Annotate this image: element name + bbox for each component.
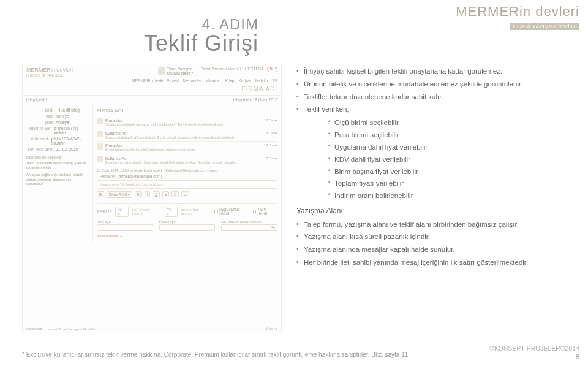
app-logo: MERMERin devleri leaders of MARBLE	[26, 67, 73, 77]
header-links: Ticari Yazışma Modülü HESABIM ÇIKIŞ	[198, 67, 277, 71]
request-header: talep içeriği talep tarihi 18 Ocak 2015	[23, 96, 281, 104]
nav-item[interactable]: MERMERin devleri Projesi	[132, 78, 179, 83]
message-item[interactable]: Firma AdıSipariş sürekliliğiniz ne kadar…	[97, 116, 277, 129]
avatar-icon	[97, 118, 103, 124]
checkbox-app-included[interactable]: uygulama dahil	[214, 207, 249, 216]
editor-toolbar: B Sans Serif ▾ B I U ≡ ☰ ▭	[97, 191, 277, 198]
quote-line: 18 Ocak 2014, 16:08 tarihinde Kullanıcı …	[97, 169, 277, 172]
side-subhead: istenilen ek özellikler	[26, 155, 89, 159]
page-number: 8	[489, 353, 579, 360]
link-account[interactable]: HESABIM	[245, 67, 263, 71]
avatar-icon	[97, 156, 103, 162]
sub-bullet: Birim başına fiyat verilebilir	[328, 167, 572, 178]
footnote: * Exclusive kullanıcılar sınırsız teklif…	[22, 351, 408, 358]
module-badge[interactable]: Ticari Yazışma Modülü Nedir?	[158, 67, 193, 75]
sub-bullet: Para birimi seçilebilir	[328, 130, 572, 141]
request-sidebar: istek✓teklif isteği ülkeTürkiye şehirAnt…	[23, 104, 93, 242]
checkbox-icon: ✓	[56, 108, 60, 112]
avatar-icon	[97, 131, 103, 137]
feature-bullets: İhtiyaç sahibi kişisel bilgileri teklifi…	[296, 66, 572, 270]
list-icon[interactable]: ≡	[162, 191, 169, 197]
fmt-bold[interactable]: B	[135, 191, 142, 197]
app-footer: MERMERin devleri Ticari Yazışma Modülü ©…	[23, 325, 281, 333]
message-item[interactable]: Kullanıcı AdıEvet bu mümkün olabilir. Si…	[97, 154, 277, 167]
reply-placeholder: Yanıtla veya Yönlendir için burayı tıkla…	[100, 183, 274, 186]
sub-bullet: Uygulama dahil fiyat verilebilir	[328, 142, 572, 153]
reply-from: ▸ Firma Adı (firmaadi@example.com)	[97, 174, 277, 178]
offer-header: TEKLİF m² ▾ ölçü birimi seçiniz TL ▾ par…	[97, 203, 277, 217]
brand-module-tag: TİCARİ YAZIŞMA modülü	[510, 23, 579, 30]
nav-item[interactable]: Kitap	[225, 78, 235, 83]
discount-input[interactable]: %	[221, 224, 277, 231]
side-note: Anlaşma sağlandığı takdirde, sürekli sip…	[26, 173, 89, 186]
bullet: İhtiyaç sahibi kişisel bilgileri teklifi…	[296, 66, 572, 77]
edit-offer-link[interactable]: teklifi düzenle →	[97, 234, 123, 238]
nav-item[interactable]: Mermerler	[183, 78, 202, 83]
list-num-icon[interactable]: ☰	[172, 191, 179, 197]
avatar-icon	[97, 143, 103, 150]
side-note: Teklif fabrikadan teslim olacak şekilde …	[26, 161, 89, 170]
image-icon[interactable]: ▭	[181, 191, 189, 197]
section-heading: Yazışma Alanı:	[296, 205, 572, 217]
bullet: Ürünün nitelik ve niceliklerine müdahale…	[296, 79, 572, 90]
nav-item[interactable]: Mimarlar	[205, 78, 221, 83]
unit-select[interactable]: m² ▾	[115, 207, 129, 217]
bullet: Yazışma alanı kısa süreli pazarlık içind…	[296, 232, 572, 243]
footnote-link[interactable]: sayfa 11	[385, 351, 408, 358]
sub-bullet: Ölçü birimi seçilebilir	[328, 118, 572, 129]
sub-bullet: İndirim oranı belirlenebilir	[328, 191, 572, 202]
main-nav: MERMERin devleri Projesi Mermerler Mimar…	[23, 78, 281, 85]
reply-box[interactable]: Yanıtla veya Yönlendir için burayı tıkla…	[97, 180, 277, 189]
bullet: Talep formu, yazışma alanı ve teklif ala…	[296, 219, 572, 230]
page-footer-right: ©KONSEPT PROJELER®2014 8	[489, 345, 579, 360]
bullet: Her birinde ileti sahibi yanında mesaj i…	[296, 257, 572, 268]
step-title: Teklif Girişi	[0, 31, 258, 56]
step-heading: 4. ADIM Teklif Girişi	[0, 16, 270, 56]
checkbox-vat-included[interactable]: KDV dahil	[253, 207, 277, 216]
bold-button[interactable]: B	[97, 191, 104, 197]
bullet: Teklifler tekrar düzenlenene kadar sabit…	[296, 92, 572, 103]
nav-item[interactable]: İletişim	[255, 78, 268, 83]
link-module[interactable]: Ticari Yazışma Modülü	[201, 67, 241, 71]
nav-lang[interactable]: TR	[272, 78, 277, 83]
message-item[interactable]: Firma AdıBu tip tahahhütlerle karşılıklı…	[97, 141, 277, 154]
bullet: Teklif verirken; Ölçü birimi seçilebilir…	[296, 104, 572, 202]
sub-bullet: Toplam fiyatı verilebilir	[328, 178, 572, 189]
total-price-input[interactable]	[159, 224, 216, 231]
fmt-underline[interactable]: U	[153, 191, 160, 197]
brand-title: MERMERin devleri	[456, 4, 579, 20]
nav-item[interactable]: Kariyer	[239, 78, 252, 83]
copyright: ©KONSEPT PROJELER®2014	[489, 345, 579, 352]
currency-select[interactable]: TL ▾	[165, 207, 178, 217]
thread-main: FİRMA ADI Firma AdıSipariş sürekliliğini…	[93, 104, 281, 242]
fmt-italic[interactable]: I	[145, 191, 151, 197]
request-label: talep içeriği	[26, 97, 47, 102]
thread-heading: FİRMA ADI	[97, 108, 277, 113]
bullet: Yazışma alanında mesajlar kapalı halde s…	[296, 245, 572, 256]
sub-bullet: KDV dahil fiyat verilebilir	[328, 154, 572, 165]
link-logout[interactable]: ÇIKIŞ	[267, 67, 277, 71]
message-item[interactable]: Kullanıcı Adı1 yılda ortalama 2 yüksek b…	[97, 129, 277, 142]
font-select[interactable]: Sans Serif ▾	[107, 191, 133, 198]
module-icon	[158, 67, 165, 75]
unit-price-input[interactable]	[97, 224, 153, 231]
app-screenshot: MERMERin devleri leaders of MARBLE Ticar…	[22, 64, 282, 333]
firm-heading: FİRMA ADI	[23, 85, 281, 96]
brand-block: MERMERin devleri TİCARİ YAZIŞMA modülü	[456, 4, 579, 31]
